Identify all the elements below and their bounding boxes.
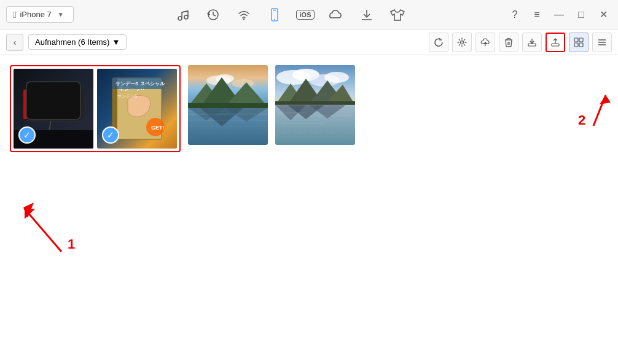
breadcrumb-label: Aufnahmen (6 Items) (35, 37, 109, 47)
svg-text:2: 2 (578, 112, 585, 128)
svg-rect-26 (26, 87, 81, 121)
svg-point-61 (324, 72, 349, 83)
list-view-button[interactable] (592, 33, 612, 52)
back-button[interactable]: ‹ (6, 34, 23, 51)
svg-text:1: 1 (68, 236, 75, 252)
svg-rect-18 (574, 38, 578, 42)
annotation-arrow-1: 1 (0, 190, 123, 270)
svg-rect-20 (574, 43, 578, 47)
svg-rect-29 (23, 90, 32, 119)
top-nav-icons: iOS (79, 5, 501, 25)
grid-view-button[interactable] (569, 33, 589, 52)
svg-rect-31 (36, 91, 71, 114)
iphone-device-icon[interactable] (265, 5, 284, 25)
menu-button[interactable]: ≡ (528, 6, 546, 23)
svg-line-2 (182, 11, 188, 12)
svg-marker-77 (23, 203, 34, 218)
chevron-down-icon: ▼ (58, 11, 64, 18)
photo-item-4[interactable] (275, 65, 355, 145)
history-icon[interactable] (203, 5, 223, 25)
svg-rect-28 (36, 91, 71, 114)
svg-rect-16 (552, 44, 559, 46)
svg-marker-80 (600, 95, 611, 104)
second-toolbar: ‹ Aufnahmen (6 Items) ▼ (0, 29, 618, 55)
export-button[interactable] (522, 33, 542, 52)
breadcrumb-chevron-icon: ▼ (112, 37, 120, 47)
svg-text:サンデーS スペシャル: サンデーS スペシャル (115, 81, 165, 87)
svg-rect-27 (35, 90, 72, 115)
svg-rect-30 (75, 90, 84, 119)
svg-point-4 (243, 18, 244, 20)
action-buttons (429, 33, 612, 52)
thumbnail-3 (188, 65, 268, 145)
svg-point-7 (274, 18, 275, 20)
music-icon[interactable] (173, 5, 192, 25)
refresh-button[interactable] (429, 33, 448, 52)
download-icon[interactable] (357, 5, 377, 25)
svg-line-75 (25, 209, 61, 252)
close-button[interactable]: ✕ (595, 6, 612, 23)
wifi-icon[interactable] (234, 5, 254, 25)
photo-2-checkmark: ✓ (102, 126, 119, 144)
photo-item-1[interactable]: ✓ (14, 69, 93, 149)
selected-photo-group: ✓ (10, 65, 181, 152)
svg-text:サンデーS: サンデーS (117, 94, 138, 99)
svg-marker-76 (20, 204, 35, 219)
import-button[interactable] (546, 33, 565, 52)
upload-button[interactable] (475, 33, 495, 52)
tshirt-icon[interactable] (388, 5, 407, 25)
help-button[interactable]: ? (506, 6, 523, 23)
svg-point-0 (178, 17, 182, 20)
svg-text:GET!: GET! (151, 125, 165, 131)
svg-point-10 (461, 41, 464, 44)
main-content: ✓ (0, 55, 618, 162)
svg-line-79 (593, 95, 606, 126)
svg-rect-21 (579, 43, 583, 47)
svg-point-1 (184, 15, 188, 19)
ios-badge-label: iOS (296, 10, 315, 20)
cloud-icon[interactable] (326, 5, 346, 25)
photo-item-3[interactable] (188, 65, 268, 145)
delete-button[interactable] (499, 33, 518, 52)
settings-button[interactable] (452, 33, 472, 52)
svg-rect-19 (579, 38, 583, 42)
ios-icon[interactable]: iOS (295, 5, 315, 25)
apple-logo-icon:  (13, 9, 16, 20)
svg-rect-66 (275, 101, 355, 105)
minimize-button[interactable]: — (550, 6, 568, 23)
device-name-label: iPhone 7 (20, 10, 51, 19)
svg-rect-49 (188, 103, 268, 108)
maximize-button[interactable]: □ (573, 6, 590, 23)
top-toolbar:  iPhone 7 ▼ (0, 0, 618, 29)
photo-item-2[interactable]: キタ—ッ!! サンデーS サンデーS スペシャル GET! ✓ (97, 69, 177, 149)
window-controls: ? ≡ — □ ✕ (506, 6, 612, 23)
device-selector[interactable]:  iPhone 7 ▼ (6, 6, 74, 23)
thumbnail-4 (275, 65, 355, 145)
breadcrumb-dropdown[interactable]: Aufnahmen (6 Items) ▼ (28, 34, 127, 50)
photo-1-checkmark: ✓ (18, 126, 36, 144)
annotation-arrow-2: 2 (544, 83, 618, 132)
